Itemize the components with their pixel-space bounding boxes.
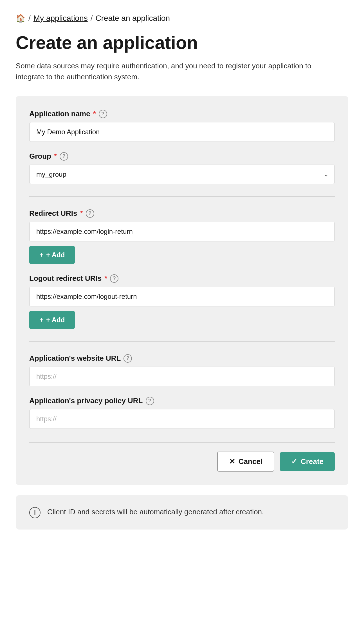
- cancel-label: Cancel: [239, 457, 262, 466]
- group-field-group: Group * ? my_group other_group ⌄: [29, 152, 335, 184]
- group-label: Group * ?: [29, 152, 335, 161]
- create-button[interactable]: ✓ Create: [280, 452, 335, 471]
- add-redirect-uri-button[interactable]: + + Add: [29, 246, 75, 264]
- section-uris: Redirect URIs * ? + + Add Logout redirec…: [29, 209, 335, 342]
- create-label: Create: [301, 457, 323, 466]
- group-select-wrapper: my_group other_group ⌄: [29, 165, 335, 184]
- add-logout-label: + Add: [46, 316, 65, 324]
- info-text: Client ID and secrets will be automatica…: [47, 506, 264, 517]
- home-icon[interactable]: 🏠: [16, 14, 26, 23]
- add-logout-icon: +: [39, 316, 43, 324]
- redirect-uris-required: *: [80, 209, 83, 218]
- add-logout-redirect-button[interactable]: + + Add: [29, 311, 75, 329]
- website-url-field-group: Application's website URL ?: [29, 354, 335, 386]
- group-select[interactable]: my_group other_group: [29, 165, 335, 184]
- app-name-required: *: [93, 109, 96, 118]
- redirect-uris-input[interactable]: [29, 222, 335, 241]
- cancel-button[interactable]: ✕ Cancel: [217, 452, 274, 472]
- page-title: Create an application: [16, 33, 348, 53]
- logout-redirect-field-group: Logout redirect URIs * ? + + Add: [29, 274, 335, 329]
- info-icon: i: [29, 507, 41, 518]
- privacy-policy-label: Application's privacy policy URL ?: [29, 396, 335, 405]
- privacy-policy-help-icon[interactable]: ?: [146, 397, 154, 405]
- cancel-icon: ✕: [229, 457, 235, 466]
- group-help-icon[interactable]: ?: [60, 152, 68, 161]
- add-redirect-icon: +: [39, 251, 43, 259]
- breadcrumb-my-applications[interactable]: My applications: [33, 14, 88, 23]
- breadcrumb-separator-2: /: [91, 14, 93, 23]
- breadcrumb: 🏠 / My applications / Create an applicat…: [16, 14, 348, 23]
- privacy-policy-field-group: Application's privacy policy URL ?: [29, 396, 335, 429]
- info-card: i Client ID and secrets will be automati…: [16, 495, 348, 530]
- app-name-label: Application name * ?: [29, 109, 335, 118]
- privacy-policy-input[interactable]: [29, 409, 335, 429]
- website-url-help-icon[interactable]: ?: [123, 354, 132, 363]
- redirect-uris-help-icon[interactable]: ?: [86, 209, 94, 218]
- app-name-input[interactable]: [29, 122, 335, 142]
- logout-redirect-input[interactable]: [29, 287, 335, 306]
- app-name-field-group: Application name * ?: [29, 109, 335, 142]
- form-card: Application name * ? Group * ? my_group …: [16, 96, 348, 485]
- redirect-uris-field-group: Redirect URIs * ? + + Add: [29, 209, 335, 264]
- group-required: *: [54, 152, 57, 161]
- logout-redirect-required: *: [104, 274, 107, 283]
- page-description: Some data sources may require authentica…: [16, 60, 325, 82]
- check-icon: ✓: [291, 457, 297, 466]
- breadcrumb-separator-1: /: [28, 14, 31, 23]
- app-name-help-icon[interactable]: ?: [99, 110, 107, 118]
- section-basic-info: Application name * ? Group * ? my_group …: [29, 109, 335, 197]
- form-footer: ✕ Cancel ✓ Create: [29, 442, 335, 472]
- redirect-uris-label: Redirect URIs * ?: [29, 209, 335, 218]
- website-url-label: Application's website URL ?: [29, 354, 335, 363]
- breadcrumb-current: Create an application: [96, 14, 170, 23]
- section-optional-urls: Application's website URL ? Application'…: [29, 354, 335, 472]
- logout-redirect-label: Logout redirect URIs * ?: [29, 274, 335, 283]
- logout-redirect-help-icon[interactable]: ?: [110, 274, 118, 283]
- website-url-input[interactable]: [29, 367, 335, 386]
- add-redirect-label: + Add: [46, 251, 65, 259]
